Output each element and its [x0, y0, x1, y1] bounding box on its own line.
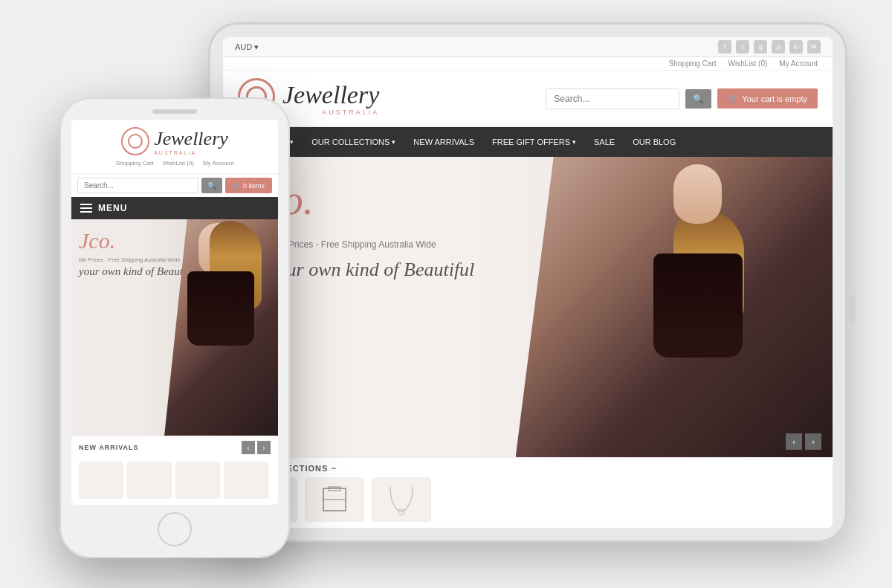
phone-product-row [71, 459, 278, 505]
phone-logo-australia: AUSTRALIA [154, 150, 228, 155]
chevron-down-icon: ▾ [392, 138, 395, 146]
phone-logo: Jewellery AUSTRALIA [121, 127, 228, 157]
phone-section-title: NEW ARRIVALS [79, 444, 139, 451]
chevron-down-icon: ▾ [572, 138, 576, 146]
tablet-topbar: AUD ▾ f t g p in ✉ [223, 37, 833, 57]
logo-jewellery-text: Jewellery [282, 81, 379, 109]
phone-cart-icon: 🛒 [233, 182, 241, 190]
model-face [673, 164, 722, 224]
linkedin-icon[interactable]: in [789, 40, 803, 54]
phone-speaker [152, 109, 197, 114]
tablet-hero: Jco. Affordable Prices - Free Shipping A… [223, 157, 833, 457]
nav-sale[interactable]: SALE [585, 127, 624, 157]
cart-label: Your cart is empty [742, 94, 807, 103]
googleplus-icon[interactable]: g [754, 40, 767, 54]
hamburger-icon [80, 204, 92, 213]
phone-account-link[interactable]: My Account [203, 160, 233, 167]
tablet-side-button[interactable] [849, 294, 855, 324]
menu-label: MENU [98, 203, 127, 213]
twitter-icon[interactable]: t [736, 40, 749, 54]
hero-model-image [516, 157, 833, 457]
phone-nav-arrows: ‹ › [242, 441, 271, 454]
my-account-link[interactable]: My Account [779, 59, 818, 68]
phone-search-input[interactable] [77, 178, 198, 193]
tablet-bottom-section: OUR COLLECTIONS ~ [223, 457, 833, 528]
model-figure [639, 164, 757, 404]
phone-wishlist-link[interactable]: WishList (0) [163, 160, 194, 167]
phone-product-1[interactable] [79, 462, 123, 499]
nav-collections[interactable]: OUR COLLECTIONS ▾ [303, 127, 404, 157]
nav-blog[interactable]: OUR BLOG [624, 127, 685, 157]
phone-hero-jco: Jco. [79, 228, 115, 253]
email-icon[interactable]: ✉ [807, 40, 821, 54]
phone-home-button[interactable] [158, 512, 192, 546]
phone-bottom-bar: NEW ARRIVALS ‹ › [71, 436, 278, 459]
logo-text-group: Jewellery AUSTRALIA [282, 81, 379, 116]
phone-search-button[interactable]: 🔍 [201, 178, 222, 193]
logo-australia-text: AUSTRALIA [282, 109, 379, 116]
currency-selector[interactable]: AUD ▾ [235, 42, 259, 52]
phone-cart-label: 0 items [243, 182, 265, 190]
phone-model-body [187, 271, 254, 346]
shopping-cart-link[interactable]: Shopping Cart [669, 59, 717, 68]
search-input[interactable] [546, 88, 679, 109]
phone-cart-link[interactable]: Shopping Cart [116, 160, 154, 167]
cart-button[interactable]: 🛒 Your cart is empty [717, 88, 818, 109]
cart-icon: 🛒 [728, 94, 738, 103]
phone-screen: Jewellery AUSTRALIA Shopping Cart WishLi… [71, 120, 278, 505]
wishlist-link[interactable]: WishList (0) [728, 59, 768, 68]
tablet-screen: AUD ▾ f t g p in ✉ Shopping Cart WishLis… [223, 37, 833, 528]
phone-hero-tag2: your own kind of Beautiful [79, 265, 198, 278]
phone-logo-text: Jewellery [154, 129, 228, 150]
phone-hero-model [164, 219, 278, 436]
tablet-social-icons: f t g p in ✉ [718, 40, 821, 54]
tablet-header-links-bar: Shopping Cart WishList (0) My Account [223, 57, 833, 71]
phone-product-3[interactable] [175, 462, 220, 499]
phone-hero-tag1: ble Prices - Free Shipping Australia Wid… [79, 256, 180, 263]
hero-prev-arrow[interactable]: ‹ [786, 433, 802, 450]
tablet-device: AUD ▾ f t g p in ✉ Shopping Cart WishLis… [208, 22, 847, 543]
tablet-navigation: JEWELLERY ▾ OUR COLLECTIONS ▾ NEW ARRIVA… [223, 127, 833, 157]
phone-product-4[interactable] [224, 462, 268, 499]
phone-product-2[interactable] [127, 462, 172, 499]
product-thumb-2[interactable] [305, 477, 364, 522]
phone-menu-bar[interactable]: MENU [71, 197, 278, 219]
nav-new-arrivals[interactable]: NEW ARRIVALS [404, 127, 483, 157]
phone-prev-arrow[interactable]: ‹ [242, 441, 255, 454]
phone-cart-button[interactable]: 🛒 0 items [225, 178, 272, 193]
facebook-icon[interactable]: f [718, 40, 731, 54]
model-body [653, 253, 743, 358]
phone-device: Jewellery AUSTRALIA Shopping Cart WishLi… [59, 97, 290, 558]
phone-header-links: Shopping Cart WishList (0) My Account [116, 157, 234, 169]
tablet-main-header: Jewellery AUSTRALIA 🔍 🛒 Your cart is emp… [223, 71, 833, 127]
hero-nav-arrows: ‹ › [786, 433, 821, 450]
tablet-currency[interactable]: AUD ▾ [235, 42, 259, 52]
chevron-down-icon: ▾ [290, 138, 294, 146]
search-button[interactable]: 🔍 [685, 89, 711, 109]
phone-logo-area: Jewellery AUSTRALIA Shopping Cart WishLi… [71, 120, 278, 174]
nav-free-gift[interactable]: FREE GIFT OFFERS ▾ [483, 127, 585, 157]
tablet-search-cart: 🔍 🛒 Your cart is empty [546, 88, 818, 109]
product-thumb-3[interactable] [372, 477, 431, 522]
pinterest-icon[interactable]: p [772, 40, 785, 54]
phone-search-row: 🔍 🛒 0 items [71, 174, 278, 197]
phone-next-arrow[interactable]: › [257, 441, 271, 454]
phone-hero: Jco. ble Prices - Free Shipping Australi… [71, 219, 278, 436]
hero-next-arrow[interactable]: › [805, 433, 821, 450]
